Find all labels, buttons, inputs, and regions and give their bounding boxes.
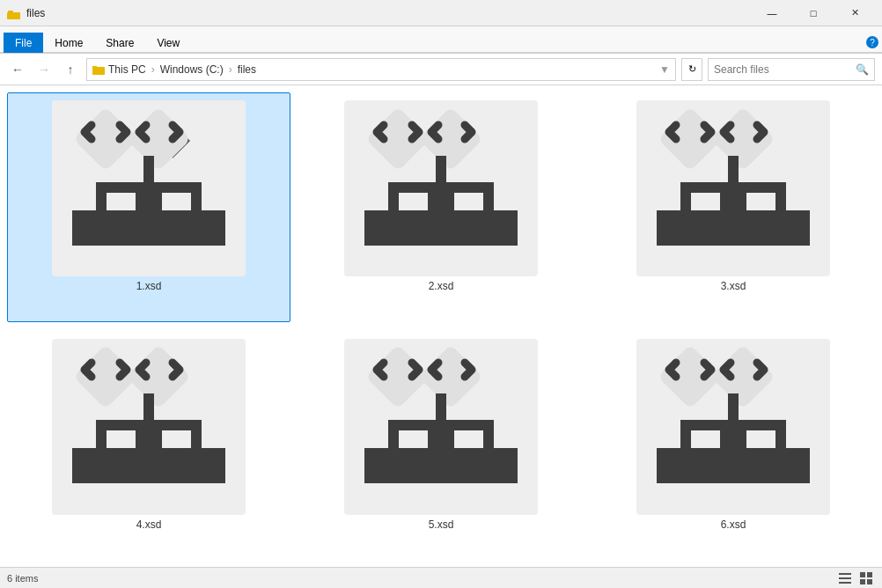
svg-rect-28: [658, 107, 723, 172]
file-label: 2.xsd: [429, 280, 454, 292]
tab-view[interactable]: View: [145, 33, 191, 53]
svg-rect-29: [710, 107, 775, 172]
close-button[interactable]: ✕: [834, 0, 875, 26]
tab-file[interactable]: File: [4, 33, 43, 53]
address-bar[interactable]: This PC › Windows (C:) › files ▼: [86, 58, 676, 81]
item-count: 6 items: [7, 573, 38, 584]
refresh-button[interactable]: ↻: [681, 58, 702, 81]
svg-rect-71: [860, 572, 865, 577]
svg-rect-59: [710, 345, 775, 409]
file-item[interactable]: 4.xsd: [7, 331, 290, 561]
svg-rect-32: [680, 193, 691, 210]
svg-rect-54: [364, 448, 422, 483]
svg-rect-66: [720, 430, 746, 448]
minimize-button[interactable]: —: [752, 0, 792, 26]
svg-rect-11: [96, 182, 202, 193]
svg-rect-8: [73, 107, 138, 172]
up-button[interactable]: ↑: [60, 59, 81, 80]
file-label: 3.xsd: [721, 280, 746, 292]
file-item[interactable]: 1.xsd: [7, 92, 290, 322]
window-controls: — □ ✕: [752, 0, 875, 26]
status-bar: 6 items: [0, 567, 882, 588]
svg-rect-49: [418, 345, 483, 409]
svg-rect-39: [126, 345, 191, 409]
file-label: 6.xsd: [721, 518, 746, 531]
svg-rect-73: [860, 579, 865, 584]
file-item[interactable]: 6.xsd: [592, 331, 875, 561]
svg-rect-43: [191, 430, 202, 448]
view-toggle: [836, 570, 875, 587]
maximize-button[interactable]: □: [793, 0, 834, 26]
xsd-diagram: [357, 345, 525, 508]
xsd-diagram: [65, 107, 232, 270]
xsd-icon: [52, 100, 246, 276]
svg-rect-36: [720, 193, 746, 210]
svg-rect-44: [72, 448, 129, 483]
svg-rect-65: [753, 448, 810, 483]
svg-rect-3: [92, 66, 97, 68]
navigation-bar: ← → ↑ This PC › Windows (C:) › files ▼ ↻…: [0, 54, 882, 85]
svg-rect-19: [418, 107, 483, 172]
file-item[interactable]: 2.xsd: [299, 92, 583, 322]
address-part-folder: files: [238, 63, 256, 76]
forward-button[interactable]: →: [33, 59, 55, 80]
svg-rect-1: [7, 12, 20, 19]
svg-rect-52: [388, 430, 399, 448]
svg-rect-72: [867, 572, 872, 577]
file-item[interactable]: 5.xsd: [299, 331, 583, 561]
svg-rect-69: [839, 577, 851, 579]
address-part-drive: Windows (C:): [160, 63, 224, 76]
svg-rect-38: [73, 345, 138, 409]
svg-rect-70: [839, 582, 851, 584]
svg-rect-18: [365, 107, 430, 172]
svg-rect-35: [753, 210, 810, 246]
svg-rect-55: [460, 448, 518, 483]
file-label: 4.xsd: [136, 518, 162, 531]
svg-rect-57: [421, 448, 461, 483]
grid-view-icon: [859, 571, 873, 585]
svg-rect-16: [136, 193, 162, 210]
svg-rect-12: [96, 193, 107, 210]
svg-rect-13: [191, 193, 202, 210]
svg-rect-74: [867, 579, 872, 584]
svg-rect-20: [436, 156, 446, 182]
svg-rect-24: [364, 210, 422, 246]
help-button[interactable]: ?: [866, 36, 878, 48]
list-view-icon: [838, 571, 852, 585]
svg-rect-48: [365, 345, 430, 409]
window-title: files: [26, 7, 746, 19]
svg-rect-61: [680, 420, 786, 430]
list-view-button[interactable]: [836, 570, 854, 587]
address-dropdown-icon[interactable]: ▼: [659, 63, 670, 76]
title-bar: files — □ ✕: [0, 0, 882, 26]
app-icon: [7, 7, 21, 19]
tab-share[interactable]: Share: [94, 33, 145, 53]
svg-rect-10: [143, 156, 154, 182]
svg-rect-30: [728, 156, 739, 182]
svg-rect-40: [143, 393, 154, 420]
search-input[interactable]: [714, 63, 852, 76]
svg-rect-37: [713, 210, 753, 246]
svg-rect-14: [72, 210, 129, 246]
svg-rect-34: [657, 210, 714, 246]
svg-rect-60: [728, 393, 739, 420]
xsd-icon: [636, 100, 830, 276]
tab-home[interactable]: Home: [43, 33, 94, 53]
search-box[interactable]: 🔍: [708, 58, 875, 81]
svg-rect-26: [428, 193, 454, 210]
svg-rect-15: [168, 210, 225, 246]
svg-rect-63: [775, 430, 786, 448]
back-button[interactable]: ←: [7, 59, 28, 80]
svg-rect-56: [428, 430, 454, 448]
svg-rect-25: [460, 210, 518, 246]
search-icon: 🔍: [856, 63, 869, 76]
file-item[interactable]: 3.xsd: [592, 92, 875, 322]
grid-view-button[interactable]: [857, 570, 875, 587]
svg-rect-47: [129, 448, 169, 483]
address-part-thispc: This PC: [108, 63, 146, 76]
files-grid: 1.xsd: [7, 92, 875, 560]
svg-rect-9: [126, 107, 191, 172]
xsd-diagram: [357, 107, 525, 270]
xsd-icon: [344, 100, 538, 276]
xsd-icon: [636, 339, 830, 515]
